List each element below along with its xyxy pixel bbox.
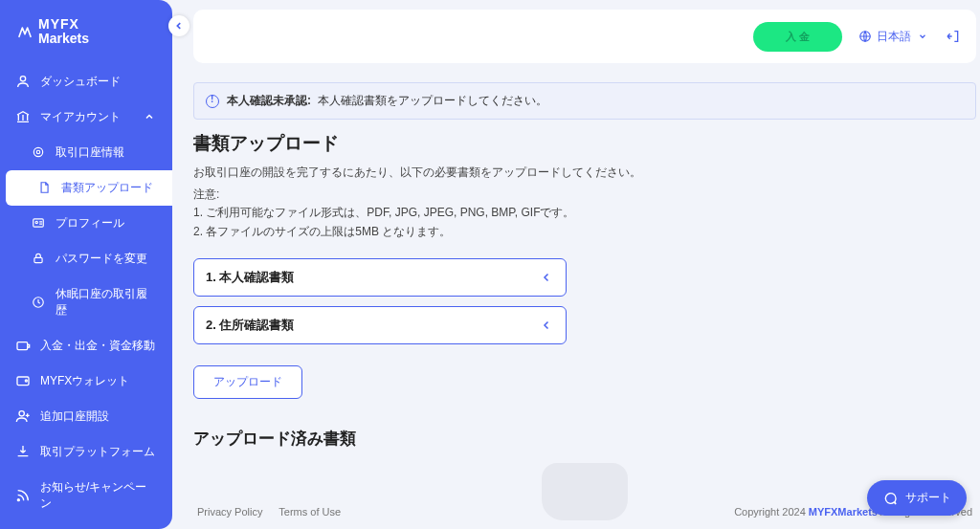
lock-icon — [31, 251, 46, 266]
language-selector[interactable]: 日本語 — [858, 29, 930, 45]
sidebar-item-dormant-history[interactable]: 休眠口座の取引履歴 — [0, 276, 172, 328]
topbar: 入 金 日本語 — [193, 10, 976, 63]
person-icon — [15, 74, 31, 89]
sidebar-item-document-upload[interactable]: 書類アップロード — [6, 170, 172, 206]
svg-point-1 — [33, 148, 42, 157]
kyc-alert: 本人確認未承認: 本人確認書類をアップロードしてください。 — [193, 82, 976, 120]
chevron-up-icon — [142, 109, 157, 124]
sidebar-item-funds[interactable]: 入金・出金・資金移動 — [0, 328, 172, 364]
footer-privacy-link[interactable]: Privacy Policy — [197, 506, 262, 518]
brand-icon — [17, 24, 33, 39]
chat-icon — [882, 491, 898, 506]
sidebar: MYFX Markets ダッシュボード マイアカウント 取引口座情報 書類アッ… — [0, 0, 172, 529]
brand-line2: Markets — [38, 32, 89, 46]
accordion-address-docs[interactable]: 2. 住所確認書類 — [193, 306, 567, 344]
sidebar-item-label: 取引口座情報 — [56, 144, 124, 161]
sidebar-item-wallet[interactable]: MYFXウォレット — [0, 364, 172, 399]
wallet-arrow-icon — [15, 338, 31, 353]
sidebar-item-label: パスワードを変更 — [56, 251, 147, 267]
accordion-label: 2. 住所確認書類 — [206, 317, 294, 334]
alert-text: 本人確認書類をアップロードしてください。 — [318, 94, 547, 107]
sidebar-item-change-password[interactable]: パスワードを変更 — [0, 241, 172, 276]
warning-icon — [206, 95, 219, 108]
sidebar-item-add-account[interactable]: 追加口座開設 — [0, 399, 172, 434]
sidebar-item-label: 休眠口座の取引履歴 — [56, 286, 157, 319]
svg-point-4 — [35, 222, 37, 224]
support-button[interactable]: サポート — [867, 480, 967, 516]
upload-button[interactable]: アップロード — [193, 365, 302, 399]
svg-point-11 — [17, 498, 19, 500]
sidebar-item-profile[interactable]: プロフィール — [0, 206, 172, 241]
document-icon — [36, 180, 52, 195]
svg-rect-7 — [17, 342, 28, 350]
sidebar-item-label: プロフィール — [56, 215, 124, 231]
sidebar-item-platform[interactable]: 取引プラットフォーム — [0, 434, 172, 470]
chevron-left-icon — [539, 270, 554, 285]
sidebar-item-account-info[interactable]: 取引口座情報 — [0, 135, 172, 170]
svg-point-2 — [36, 151, 40, 155]
deposit-button[interactable]: 入 金 — [753, 22, 842, 52]
svg-rect-3 — [33, 219, 44, 227]
chevron-left-icon — [539, 318, 554, 333]
sidebar-item-label: 追加口座開設 — [40, 408, 109, 425]
sidebar-item-label: マイアカウント — [40, 109, 121, 125]
accordion-identity-docs[interactable]: 1. 本人確認書類 — [193, 258, 567, 297]
brand-line1: MYFX — [38, 17, 89, 32]
sidebar-item-dashboard[interactable]: ダッシュボード — [0, 64, 172, 99]
sidebar-item-myaccount[interactable]: マイアカウント — [0, 99, 172, 135]
svg-point-0 — [20, 77, 25, 81]
note-2: 2. 各ファイルのサイズの上限は5MB となります。 — [193, 223, 976, 241]
clock-icon — [31, 295, 46, 310]
target-icon — [31, 144, 46, 160]
profile-card-icon — [31, 215, 46, 231]
svg-point-9 — [25, 380, 27, 382]
add-user-icon — [15, 408, 31, 424]
accordion-group: 1. 本人確認書類 2. 住所確認書類 — [193, 258, 567, 344]
main-area: 入 金 日本語 本人確認未承認: 本人確認書類をアップロードしてください。 書類… — [189, 0, 980, 529]
sidebar-item-label: 書類アップロード — [61, 180, 153, 196]
sidebar-item-label: お知らせ/キャンペーン — [40, 479, 157, 512]
page-title: 書類アップロード — [193, 131, 976, 156]
footer-brand: MYFXMarkets — [809, 506, 878, 518]
sidebar-item-label: MYFXウォレット — [40, 373, 129, 389]
alert-strong: 本人確認未承認: — [227, 94, 311, 107]
notes-heading: 注意: — [193, 186, 976, 204]
footer-terms-link[interactable]: Terms of Use — [278, 506, 341, 518]
svg-point-10 — [19, 411, 24, 416]
uploaded-docs-title: アップロード済み書類 — [193, 428, 976, 450]
logout-button[interactable] — [946, 29, 961, 44]
note-1: 1. ご利用可能なファイル形式は、PDF, JPG, JPEG, PNG, BM… — [193, 204, 976, 222]
download-icon — [15, 444, 31, 459]
sidebar-item-label: 取引プラットフォーム — [40, 444, 155, 460]
notes: 注意: 1. ご利用可能なファイル形式は、PDF, JPG, JPEG, PNG… — [193, 186, 976, 241]
footer: Privacy Policy Terms of Use Copyright 20… — [189, 500, 980, 523]
language-label: 日本語 — [877, 29, 911, 45]
page-description: お取引口座の開設を完了するにあたり、以下の必要書類をアップロードしてください。 — [193, 164, 976, 182]
globe-icon — [858, 29, 873, 44]
accordion-label: 1. 本人確認書類 — [206, 269, 294, 286]
sidebar-item-label: ダッシュボード — [40, 74, 121, 90]
sidebar-collapse-button[interactable] — [168, 15, 189, 36]
chevron-down-icon — [915, 29, 930, 44]
sidebar-item-label: 入金・出金・資金移動 — [40, 338, 155, 354]
wallet-icon — [15, 373, 31, 388]
brand-logo[interactable]: MYFX Markets — [0, 8, 172, 64]
svg-rect-5 — [34, 258, 42, 263]
sidebar-item-news[interactable]: お知らせ/キャンペーン — [0, 470, 172, 521]
content: 本人確認未承認: 本人確認書類をアップロードしてください。 書類アップロード お… — [189, 82, 980, 529]
bank-icon — [15, 109, 31, 124]
rss-icon — [15, 488, 31, 503]
support-label: サポート — [905, 490, 951, 506]
